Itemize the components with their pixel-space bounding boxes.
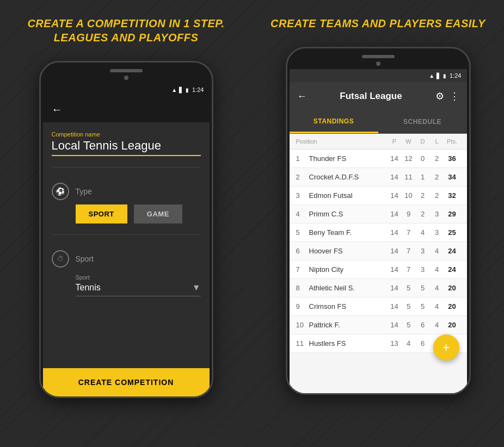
row-l: 4 [430,265,444,274]
back-arrow-left[interactable]: ← [52,103,63,116]
row-pts: 36 [444,154,460,163]
row-p: 13 [388,339,402,347]
row-p: 14 [388,228,402,237]
sport-section-label: Sport [76,254,94,263]
sport-button[interactable]: SPORT [76,204,127,223]
row-l: 3 [430,210,444,218]
row-d: 2 [416,191,430,200]
status-bar-left: ▲ ▋ ▮ 1:24 [43,83,210,96]
row-d: 5 [416,284,430,292]
game-button[interactable]: GAME [134,204,182,223]
table-row: 6 Hoover FS 14 7 3 4 24 [290,242,467,260]
table-rows-container: 1 Thunder FS 14 12 0 2 36 2 Crocket A.D.… [290,150,467,353]
phone-screen-left: ▲ ▋ ▮ 1:24 ← Competition name Local Tenn… [43,83,210,396]
phone-speaker [110,69,143,72]
row-position: 2 [296,173,307,181]
row-pts: 32 [444,191,460,200]
header-w: W [402,138,416,145]
fab-button[interactable]: + [433,334,459,361]
signal-icon-right: ▋ [437,73,441,79]
row-position: 11 [296,339,307,347]
row-d: 6 [416,339,430,347]
row-d: 3 [416,247,430,255]
back-arrow-right[interactable]: ← [297,91,307,102]
row-pts: 20 [444,302,460,311]
row-d: 5 [416,302,430,311]
row-d: 0 [416,154,430,163]
header-position: Position [296,138,307,145]
type-label: Type [76,187,92,196]
table-row: 1 Thunder FS 14 12 0 2 36 [290,150,467,168]
row-p: 14 [388,247,402,255]
row-p: 14 [388,265,402,274]
header-p: P [388,138,402,145]
row-position: 5 [296,228,307,237]
sport-dropdown-section: Sport Tennis ▼ [76,274,201,296]
row-pts: 24 [444,265,460,274]
row-d: 3 [416,265,430,274]
left-headline: CREATE A COMPETITION IN 1 STEP. LEAGUES … [27,16,224,45]
row-team-name: Crimson FS [307,302,388,311]
row-w: 5 [402,321,416,329]
row-pts: 20 [444,321,460,329]
row-w: 9 [402,210,416,218]
create-competition-button[interactable]: CREATE COMPETITION [43,368,210,396]
row-d: 1 [416,173,430,181]
row-position: 7 [296,265,307,274]
row-d: 6 [416,321,430,329]
more-menu-icon[interactable]: ⋮ [450,90,459,102]
tab-standings[interactable]: STANDINGS [290,110,378,133]
sport-section: ⏱ Sport Sport Tennis ▼ [52,246,201,296]
row-position: 1 [296,154,307,163]
row-team-name: Athletic Neil S. [307,284,388,292]
sport-icon: ⏱ [52,250,69,268]
phone-right: ▲ ▋ ▮ 1:24 ← Futsal League ⚙ ⋮ STANDINGS… [286,47,471,395]
row-l: 4 [430,302,444,311]
row-l: 3 [430,228,444,237]
table-row: 2 Crocket A.D.F.S 14 11 1 2 34 [290,168,467,187]
wifi-icon: ▲ [171,87,177,93]
row-l: 2 [430,154,444,163]
row-team-name: Hustlers FS [307,339,388,347]
form-content: Competition name Local Tennis League ⚽ T… [43,122,210,368]
row-pts: 24 [444,247,460,255]
status-time-right: 1:24 [450,72,461,79]
row-team-name: Beny Team F. [307,228,388,237]
battery-icon: ▮ [186,87,189,93]
right-headline: CREATE TEAMS AND PLAYERS EASILY [271,16,485,30]
row-w: 5 [402,284,416,292]
sport-dropdown-value: Tennis [76,283,101,293]
type-section: ⚽ Type SPORT GAME [52,178,201,223]
row-w: 7 [402,247,416,255]
row-team-name: Nipton City [307,265,388,274]
nav-bar-left: ← [43,96,210,122]
type-buttons: SPORT GAME [76,204,201,223]
row-position: 9 [296,302,307,311]
row-w: 7 [402,265,416,274]
row-w: 7 [402,228,416,237]
row-pts: 20 [444,284,460,292]
row-pts: 25 [444,228,460,237]
row-team-name: Pattrick F. [307,321,388,329]
left-panel: CREATE A COMPETITION IN 1 STEP. LEAGUES … [0,0,252,447]
row-team-name: Hoover FS [307,247,388,255]
row-position: 8 [296,284,307,292]
row-p: 14 [388,284,402,292]
right-panel: CREATE TEAMS AND PLAYERS EASILY ▲ ▋ ▮ 1:… [252,0,504,447]
divider-1 [52,167,201,167]
headline-line1: CREATE A COMPETITION IN 1 STEP. [27,16,224,30]
competition-name-value[interactable]: Local Tennis League [52,139,201,156]
table-row: 4 Primm C.S 14 9 2 3 29 [290,205,467,223]
row-l: 4 [430,247,444,255]
row-l: 2 [430,173,444,181]
sport-dropdown[interactable]: Tennis ▼ [76,283,201,296]
row-position: 4 [296,210,307,218]
table-row: 8 Athletic Neil S. 14 5 5 4 20 [290,279,467,297]
row-position: 3 [296,191,307,200]
app-title: Futsal League [312,91,430,102]
row-p: 14 [388,191,402,200]
headline-line2: LEAGUES AND PLAYOFFS [27,30,224,45]
gear-icon[interactable]: ⚙ [435,90,444,102]
row-p: 14 [388,321,402,329]
tab-schedule[interactable]: SCHEDULE [378,110,467,133]
